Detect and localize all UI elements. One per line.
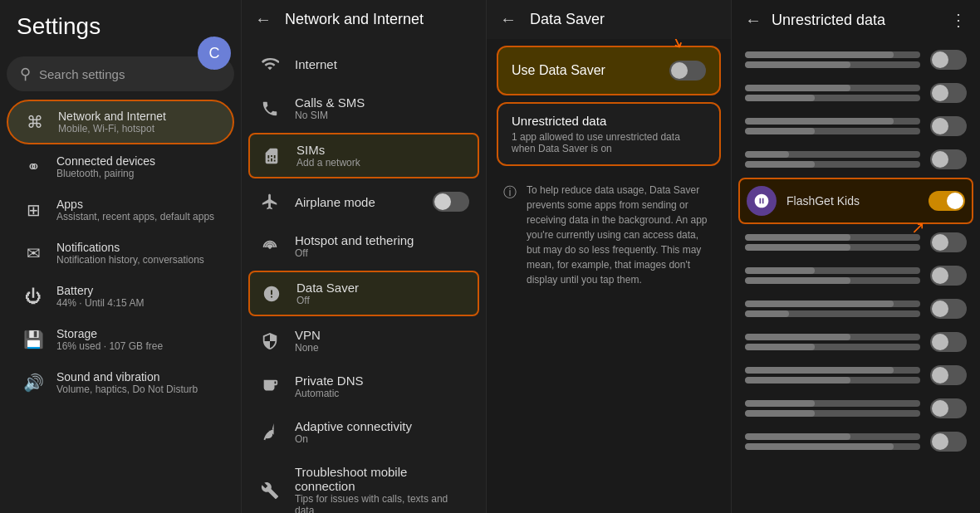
list-item[interactable] <box>732 43 980 76</box>
bluetooth-icon: ⚭ <box>23 157 43 177</box>
use-datasaver-label: Use Data Saver <box>512 63 605 78</box>
datasaver-title: Data Saver <box>296 281 359 295</box>
network-item-sims[interactable]: SIMs Add a network <box>248 133 479 178</box>
more-options-icon[interactable]: ⋮ <box>950 10 967 30</box>
avatar[interactable]: C <box>198 37 231 70</box>
connected-item-title: Connected devices <box>56 154 155 168</box>
network-item-troubleshoot[interactable]: Troubleshoot mobile connection Tips for … <box>242 455 486 513</box>
wifi-icon <box>258 52 282 76</box>
adaptive-subtitle: On <box>295 433 412 445</box>
app-toggle-11[interactable] <box>930 432 967 452</box>
sidebar-item-connected[interactable]: ⚭ Connected devices Bluetooth, pairing <box>7 146 234 188</box>
list-item[interactable] <box>732 425 980 458</box>
list-item[interactable] <box>732 226 980 259</box>
list-item[interactable] <box>732 143 980 176</box>
list-item[interactable] <box>732 110 980 143</box>
datasaver-toggle-thumb <box>671 62 688 79</box>
flashget-toggle[interactable] <box>929 191 965 211</box>
adaptive-icon <box>258 421 282 444</box>
flashget-kids-label: FlashGet Kids <box>786 194 919 208</box>
list-item[interactable] <box>732 259 980 292</box>
list-item[interactable] <box>732 359 980 392</box>
notifications-item-subtitle: Notification history, conversations <box>56 254 204 266</box>
airplane-title: Airplane mode <box>295 195 375 209</box>
arrow-to-flashget-toggle: ↗ <box>911 217 925 237</box>
wifi-icon: ⌘ <box>25 112 45 132</box>
sidebar-item-storage[interactable]: 💾 Storage 16% used · 107 GB free <box>7 319 234 360</box>
back-button-network[interactable]: ← <box>255 10 272 29</box>
network-item-hotspot[interactable]: Hotspot and tethering Off <box>242 223 486 269</box>
app-toggle-6[interactable] <box>930 266 967 286</box>
privatedns-subtitle: Automatic <box>295 388 364 399</box>
use-datasaver-card[interactable]: Use Data Saver <box>497 46 721 95</box>
internet-title: Internet <box>295 57 337 71</box>
app-toggle-7[interactable] <box>930 299 967 319</box>
sims-title: SIMs <box>296 143 360 157</box>
sims-subtitle: Add a network <box>296 157 360 169</box>
unrestricted-panel-title: Unrestricted data <box>772 12 885 29</box>
sidebar-item-network[interactable]: ⌘ Network and Internet Mobile, Wi-Fi, ho… <box>7 100 234 144</box>
app-toggle-5[interactable] <box>930 232 967 252</box>
list-item[interactable] <box>732 292 980 325</box>
settings-panel: Settings C ⚲ Search settings ⌘ Network a… <box>0 0 241 513</box>
settings-title: Settings <box>17 13 224 40</box>
settings-items-list: ⌘ Network and Internet Mobile, Wi-Fi, ho… <box>0 98 241 513</box>
sim-icon <box>260 144 283 168</box>
app-toggle-10[interactable] <box>930 398 967 418</box>
bell-icon: ✉ <box>23 243 43 263</box>
airplane-icon <box>258 190 282 213</box>
sidebar-item-apps[interactable]: ⊞ Apps Assistant, recent apps, default a… <box>7 189 234 231</box>
airplane-toggle-thumb <box>434 193 451 210</box>
app-toggle-9[interactable] <box>930 365 967 385</box>
vpn-subtitle: None <box>295 342 321 354</box>
list-item[interactable] <box>732 392 980 425</box>
app-bar-row1 <box>745 51 920 58</box>
app-toggle-3[interactable] <box>930 116 967 136</box>
vpn-title: VPN <box>295 328 321 342</box>
list-item[interactable] <box>732 325 980 359</box>
network-item-datasaver[interactable]: Data Saver Off <box>248 271 479 316</box>
sound-icon: 🔊 <box>23 373 43 393</box>
network-item-airplane[interactable]: Airplane mode <box>242 180 486 223</box>
phone-icon <box>258 97 282 120</box>
app-toggle-1[interactable] <box>930 50 967 70</box>
vpn-icon <box>258 330 282 353</box>
network-items-list: Internet Calls & SMS No SIM SIMs Add a n… <box>242 39 486 513</box>
storage-icon: 💾 <box>23 330 43 349</box>
sidebar-item-battery[interactable]: ⏻ Battery 44% · Until 4:15 AM <box>7 276 234 317</box>
network-item-vpn[interactable]: VPN None <box>242 318 486 364</box>
dns-icon <box>258 375 282 398</box>
info-icon: ⓘ <box>503 184 517 287</box>
network-item-calls[interactable]: Calls & SMS No SIM <box>242 86 486 131</box>
battery-item-title: Battery <box>56 284 144 297</box>
app-bar2-row1 <box>745 61 920 68</box>
flashget-kids-row[interactable]: FlashGet Kids ↗ <box>738 178 973 224</box>
network-panel: ← Network and Internet Internet Calls & … <box>241 0 486 513</box>
wrench-icon <box>258 479 282 502</box>
back-button-datasaver[interactable]: ← <box>500 10 517 29</box>
airplane-toggle[interactable] <box>433 192 469 212</box>
datasaver-icon <box>260 282 283 305</box>
hotspot-icon <box>258 235 282 258</box>
unrestricted-data-card[interactable]: Unrestricted data 1 app allowed to use u… <box>497 102 721 166</box>
adaptive-title: Adaptive connectivity <box>295 419 412 433</box>
app-toggle-4[interactable] <box>930 149 967 169</box>
network-item-title: Network and Internet <box>58 110 166 123</box>
app-toggle-8[interactable] <box>930 332 967 352</box>
network-panel-header: ← Network and Internet <box>242 0 486 39</box>
datasaver-info-section: ⓘ To help reduce data usage, Data Saver … <box>487 173 731 297</box>
network-item-internet[interactable]: Internet <box>242 42 486 86</box>
back-button-unrestricted[interactable]: ← <box>745 11 762 30</box>
network-item-subtitle: Mobile, Wi-Fi, hotspot <box>58 123 166 134</box>
network-item-adaptive[interactable]: Adaptive connectivity On <box>242 409 486 455</box>
sidebar-item-notifications[interactable]: ✉ Notifications Notification history, co… <box>7 232 234 274</box>
storage-item-subtitle: 16% used · 107 GB free <box>56 340 163 352</box>
notifications-item-title: Notifications <box>56 241 204 254</box>
storage-item-title: Storage <box>56 327 163 340</box>
flashget-kids-icon <box>747 186 777 216</box>
network-item-privatedns[interactable]: Private DNS Automatic <box>242 364 486 409</box>
list-item[interactable] <box>732 76 980 110</box>
datasaver-toggle[interactable] <box>669 61 706 81</box>
app-toggle-2[interactable] <box>930 83 967 103</box>
sidebar-item-sound[interactable]: 🔊 Sound and vibration Volume, haptics, D… <box>7 362 234 403</box>
